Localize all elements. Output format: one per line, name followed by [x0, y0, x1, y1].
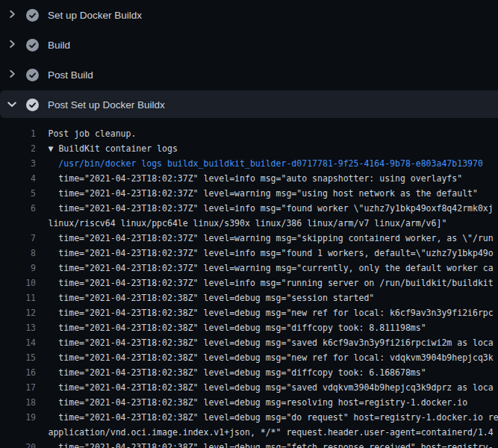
step-label: Build: [48, 40, 70, 51]
log-row: 13 time="2021-04-23T18:02:38Z" level=deb…: [0, 320, 498, 335]
check-circle-icon: [26, 99, 39, 111]
step-header-build[interactable]: Build: [0, 30, 498, 60]
log-text: time="2021-04-23T18:02:37Z" level=warnin…: [49, 231, 494, 246]
line-number[interactable]: 18: [0, 395, 36, 410]
log-row-wrap-continuation: application/vnd.oci.image.index.v1+json,…: [0, 425, 498, 440]
log-row: 17 time="2021-04-23T18:02:38Z" level=deb…: [0, 380, 498, 395]
log-text: time="2021-04-23T18:02:38Z" level=debug …: [49, 335, 494, 350]
check-circle-icon: [26, 69, 39, 81]
log-row: 3 /usr/bin/docker logs buildx_buildkit_b…: [0, 156, 498, 171]
log-row: 7 time="2021-04-23T18:02:37Z" level=warn…: [0, 231, 498, 246]
log-row: 11 time="2021-04-23T18:02:38Z" level=deb…: [0, 290, 498, 305]
check-circle-icon: [26, 9, 39, 22]
step-header-set-up-docker-buildx[interactable]: Set up Docker Buildx: [0, 0, 498, 30]
line-number[interactable]: 20: [0, 440, 36, 448]
line-number: [0, 216, 36, 231]
log-row-wrap-continuation: linux/riscv64 linux/ppc64le linux/s390x …: [0, 216, 498, 231]
line-number[interactable]: 3: [0, 156, 36, 171]
log-row: 1Post job cleanup.: [0, 126, 498, 141]
log-row: 12 time="2021-04-23T18:02:38Z" level=deb…: [0, 305, 498, 320]
log-text: time="2021-04-23T18:02:37Z" level=info m…: [49, 201, 494, 216]
line-number[interactable]: 14: [0, 335, 36, 350]
line-number[interactable]: 13: [0, 320, 36, 335]
log-command-text: /usr/bin/docker logs buildx_buildkit_bui…: [49, 156, 483, 171]
log-row: 19 time="2021-04-23T18:02:38Z" level=deb…: [0, 410, 498, 425]
line-number[interactable]: 15: [0, 350, 36, 365]
log-row: 18 time="2021-04-23T18:02:38Z" level=deb…: [0, 395, 498, 410]
line-number[interactable]: 10: [0, 276, 36, 290]
log-text: Post job cleanup.: [49, 126, 137, 141]
line-number[interactable]: 6: [0, 201, 36, 216]
chevron-down-icon: [7, 99, 19, 111]
log-text: time="2021-04-23T18:02:38Z" level=debug …: [49, 380, 494, 395]
line-number[interactable]: 4: [0, 171, 36, 186]
log-text: ▼ BuildKit container logs: [49, 141, 178, 156]
log-row: 15 time="2021-04-23T18:02:38Z" level=deb…: [0, 350, 498, 365]
log-text: time="2021-04-23T18:02:38Z" level=debug …: [49, 320, 426, 335]
log-row: 16 time="2021-04-23T18:02:38Z" level=deb…: [0, 365, 498, 380]
log-text: time="2021-04-23T18:02:38Z" level=debug …: [49, 365, 426, 380]
step-label: Post Build: [48, 69, 93, 81]
line-number[interactable]: 8: [0, 246, 36, 261]
log-text: time="2021-04-23T18:02:38Z" level=debug …: [49, 410, 498, 425]
step-label: Set up Docker Buildx: [48, 10, 142, 21]
line-number: [0, 425, 36, 440]
chevron-right-icon: [7, 9, 19, 21]
log-text: time="2021-04-23T18:02:37Z" level=warnin…: [49, 186, 478, 201]
line-number[interactable]: 1: [0, 126, 36, 141]
log-text: time="2021-04-23T18:02:38Z" level=debug …: [49, 395, 468, 410]
log-row: 10 time="2021-04-23T18:02:37Z" level=inf…: [0, 276, 498, 290]
log-row: 2▼ BuildKit container logs: [0, 141, 498, 156]
log-text: time="2021-04-23T18:02:38Z" level=debug …: [49, 290, 375, 305]
line-number[interactable]: 17: [0, 380, 36, 395]
log-row: 6 time="2021-04-23T18:02:37Z" level=info…: [0, 201, 498, 216]
log-row: 4 time="2021-04-23T18:02:37Z" level=info…: [0, 171, 498, 186]
check-circle-icon: [26, 39, 39, 52]
chevron-right-icon: [7, 39, 19, 51]
log-text: time="2021-04-23T18:02:38Z" level=debug …: [49, 305, 494, 320]
log-row: 8 time="2021-04-23T18:02:37Z" level=info…: [0, 246, 498, 261]
log-row: 14 time="2021-04-23T18:02:38Z" level=deb…: [0, 335, 498, 350]
line-number[interactable]: 11: [0, 290, 36, 305]
line-number[interactable]: 5: [0, 186, 36, 201]
log-text: time="2021-04-23T18:02:37Z" level=info m…: [49, 246, 494, 261]
log-row: 20 time="2021-04-23T18:02:38Z" level=deb…: [0, 440, 498, 448]
log-text: time="2021-04-23T18:02:37Z" level=warnin…: [49, 261, 494, 276]
group-title[interactable]: BuildKit container logs: [58, 143, 177, 154]
log-text: time="2021-04-23T18:02:38Z" level=debug …: [49, 440, 494, 448]
step-list: Set up Docker BuildxBuildPost BuildPost …: [0, 0, 498, 119]
line-number[interactable]: 7: [0, 231, 36, 246]
log-row: 5 time="2021-04-23T18:02:37Z" level=warn…: [0, 186, 498, 201]
log-row: 9 time="2021-04-23T18:02:37Z" level=warn…: [0, 261, 498, 276]
log-text: linux/riscv64 linux/ppc64le linux/s390x …: [49, 216, 447, 231]
line-number[interactable]: 2: [0, 141, 36, 156]
log-text: application/vnd.oci.image.index.v1+json,…: [49, 425, 494, 440]
line-number[interactable]: 12: [0, 305, 36, 320]
line-number[interactable]: 16: [0, 365, 36, 380]
line-number[interactable]: 19: [0, 410, 36, 425]
log-text: time="2021-04-23T18:02:37Z" level=info m…: [49, 171, 463, 186]
log-text: time="2021-04-23T18:02:38Z" level=debug …: [49, 350, 494, 365]
log-view: 1Post job cleanup.2▼ BuildKit container …: [0, 119, 498, 448]
step-header-post-build[interactable]: Post Build: [0, 60, 498, 90]
chevron-right-icon: [7, 69, 19, 81]
line-number[interactable]: 9: [0, 261, 36, 276]
step-header-post-set-up-docker-buildx[interactable]: Post Set up Docker Buildx: [0, 90, 498, 119]
step-label: Post Set up Docker Buildx: [48, 99, 165, 111]
log-text: time="2021-04-23T18:02:37Z" level=info m…: [49, 276, 494, 290]
